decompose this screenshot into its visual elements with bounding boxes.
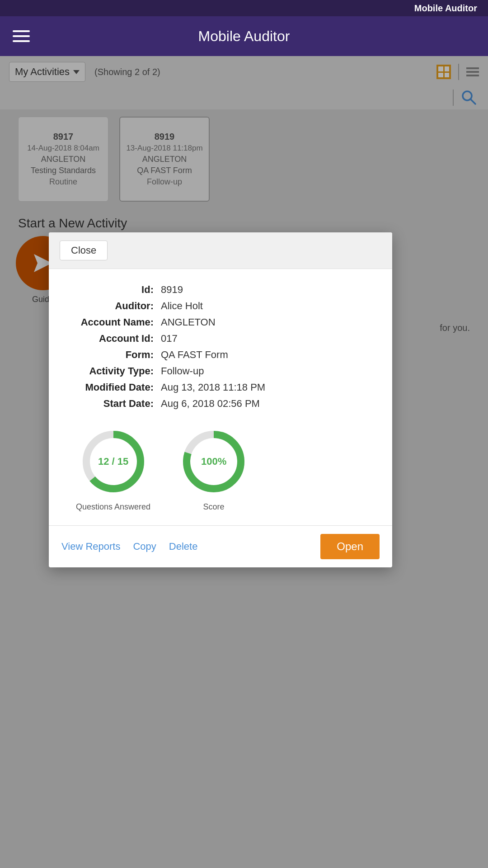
id-label: Id:	[67, 282, 157, 298]
auditor-value: Alice Holt	[157, 298, 374, 314]
nav-title: Mobile Auditor	[198, 28, 290, 45]
footer-links: View Reports Copy Delete	[61, 541, 197, 552]
copy-button[interactable]: Copy	[133, 541, 156, 552]
account-name-label: Account Name:	[67, 314, 157, 330]
account-id-label: Account Id:	[67, 330, 157, 347]
status-bar-app-name: Mobile Auditor	[414, 3, 477, 14]
activity-type-label: Activity Type:	[67, 363, 157, 379]
activity-detail-modal: Close Id: 8919 Auditor: Alice Holt Accou…	[49, 232, 392, 567]
main-content: My Activities (Showing 2 of 2)	[0, 56, 488, 868]
top-nav: Mobile Auditor	[0, 16, 488, 56]
questions-answered-chart: 12 / 15 Questions Answered	[76, 425, 150, 512]
table-row: Account Id: 017	[67, 330, 374, 347]
modal-header: Close	[49, 232, 392, 269]
modal-footer: View Reports Copy Delete Open	[49, 525, 392, 567]
start-date-value: Aug 6, 2018 02:56 PM	[157, 396, 374, 412]
table-row: Auditor: Alice Holt	[67, 298, 374, 314]
id-value: 8919	[157, 282, 374, 298]
account-name-value: ANGLETON	[157, 314, 374, 330]
score-chart: 100% Score	[178, 425, 250, 512]
table-row: Id: 8919	[67, 282, 374, 298]
modified-date-value: Aug 13, 2018 11:18 PM	[157, 379, 374, 396]
view-reports-button[interactable]: View Reports	[61, 541, 120, 552]
info-table: Id: 8919 Auditor: Alice Holt Account Nam…	[67, 282, 374, 412]
activity-type-value: Follow-up	[157, 363, 374, 379]
table-row: Modified Date: Aug 13, 2018 11:18 PM	[67, 379, 374, 396]
table-row: Account Name: ANGLETON	[67, 314, 374, 330]
account-id-value: 017	[157, 330, 374, 347]
questions-donut: 12 / 15	[77, 425, 150, 498]
form-label: Form:	[67, 347, 157, 363]
score-donut: 100%	[178, 425, 250, 498]
table-row: Start Date: Aug 6, 2018 02:56 PM	[67, 396, 374, 412]
score-donut-svg	[178, 425, 250, 498]
close-button[interactable]: Close	[60, 241, 108, 260]
start-date-label: Start Date:	[67, 396, 157, 412]
open-button[interactable]: Open	[320, 534, 380, 559]
modal-body: Id: 8919 Auditor: Alice Holt Account Nam…	[49, 269, 392, 525]
table-row: Form: QA FAST Form	[67, 347, 374, 363]
table-row: Activity Type: Follow-up	[67, 363, 374, 379]
delete-button[interactable]: Delete	[169, 541, 198, 552]
auditor-label: Auditor:	[67, 298, 157, 314]
modified-date-label: Modified Date:	[67, 379, 157, 396]
questions-answered-label: Questions Answered	[76, 502, 150, 512]
charts-row: 12 / 15 Questions Answered 100% Scor	[67, 421, 374, 516]
score-label: Score	[203, 502, 225, 512]
form-value: QA FAST Form	[157, 347, 374, 363]
status-bar: Mobile Auditor	[0, 0, 488, 16]
hamburger-menu[interactable]	[13, 30, 30, 42]
questions-donut-svg	[77, 425, 150, 498]
